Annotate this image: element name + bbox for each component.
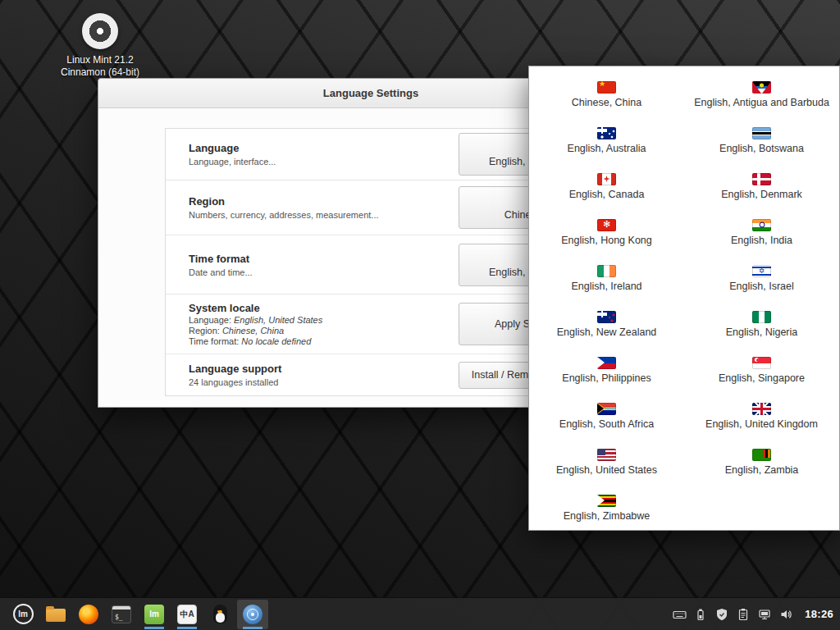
row-subtitle-language: Language, interface... xyxy=(189,157,276,167)
tux-app-window-button[interactable] xyxy=(204,600,235,629)
language-option-label: English, Ireland xyxy=(571,281,641,292)
desktop-icon-linux-mint[interactable]: Linux Mint 21.2 Cinnamon (64-bit) xyxy=(59,13,141,79)
battery-tray-button[interactable] xyxy=(690,600,711,629)
flag-united-kingdom-icon xyxy=(752,403,771,415)
language-option-label: English, United States xyxy=(556,464,657,476)
language-option-label: English, Australia xyxy=(568,143,646,154)
flag-singapore-icon xyxy=(752,357,771,369)
language-option-english-zimbabwe[interactable]: English, Zimbabwe xyxy=(529,485,684,531)
language-option-english-new-zealand[interactable]: English, New Zealand xyxy=(529,301,684,347)
flag-zambia-icon xyxy=(752,449,771,461)
detail-label: Time format: xyxy=(189,336,239,346)
mint-menu-button[interactable]: lm xyxy=(7,600,39,629)
flag-israel-icon xyxy=(752,265,771,277)
row-title-language: Language xyxy=(189,142,276,154)
row-title-language-support: Language support xyxy=(189,363,281,375)
language-option-label: English, Denmark xyxy=(721,189,802,200)
mint-installer-icon: lm xyxy=(144,605,164,624)
firefox-icon xyxy=(79,605,98,624)
language-option-label: English, Philippines xyxy=(562,372,651,384)
language-option-label: English, Zambia xyxy=(725,464,799,476)
language-option-label: English, India xyxy=(731,235,792,246)
language-option-english-united-states[interactable]: English, United States xyxy=(529,439,684,485)
detail-value: English, United States xyxy=(234,315,322,325)
window-title: Language Settings xyxy=(323,87,418,99)
system-locale-language-line: Language:English, United States xyxy=(189,315,322,325)
system-locale-region-line: Region:Chinese, China xyxy=(189,326,322,336)
input-method-window-button[interactable]: 中A xyxy=(171,600,203,629)
volume-tray-button[interactable] xyxy=(775,600,797,629)
language-settings-window-button[interactable] xyxy=(237,600,268,629)
language-option-label: English, Singapore xyxy=(719,372,805,384)
firefox-launcher-button[interactable] xyxy=(73,600,104,629)
flag-canada-icon xyxy=(597,173,616,185)
language-option-english-hong-kong[interactable]: English, Hong Kong xyxy=(529,209,684,255)
language-option-english-australia[interactable]: English, Australia xyxy=(529,117,684,163)
language-option-label: English, Hong Kong xyxy=(561,235,652,246)
detail-label: Language: xyxy=(189,315,231,325)
row-title-system-locale: System locale xyxy=(189,302,322,314)
language-picker-popup: Chinese, China English, Antigua and Barb… xyxy=(528,66,840,531)
desktop-icon-label-line1: Linux Mint 21.2 xyxy=(59,54,141,66)
firewall-tray-button[interactable] xyxy=(711,600,733,629)
language-option-label: English, Canada xyxy=(569,189,645,200)
terminal-launcher-button[interactable]: $_ xyxy=(106,600,137,629)
language-option-english-nigeria[interactable]: English, Nigeria xyxy=(684,301,839,347)
language-option-english-singapore[interactable]: English, Singapore xyxy=(684,347,839,393)
shield-icon xyxy=(715,608,728,621)
language-option-english-india[interactable]: English, India xyxy=(684,209,839,255)
system-locale-time-format-line: Time format:No locale defined xyxy=(189,336,322,346)
row-subtitle-time-format: Date and time... xyxy=(189,267,253,277)
mint-installer-window-button[interactable]: lm xyxy=(139,600,170,629)
language-option-english-israel[interactable]: English, Israel xyxy=(684,255,839,301)
reports-tray-button[interactable] xyxy=(733,600,754,629)
language-option-label: Chinese, China xyxy=(572,97,641,108)
flag-australia-icon xyxy=(597,127,616,139)
language-option-english-zambia[interactable]: English, Zambia xyxy=(684,439,839,485)
tux-icon xyxy=(213,605,227,623)
row-title-region: Region xyxy=(189,195,379,208)
language-option-english-botswana[interactable]: English, Botswana xyxy=(684,117,839,163)
language-option-english-philippines[interactable]: English, Philippines xyxy=(529,347,684,393)
battery-icon xyxy=(694,608,707,621)
row-subtitle-region: Numbers, currency, addresses, measuremen… xyxy=(189,210,379,220)
language-option-label: English, Antigua and Barbuda xyxy=(694,97,829,108)
language-option-label: English, New Zealand xyxy=(557,326,657,338)
language-option-english-united-kingdom[interactable]: English, United Kingdom xyxy=(684,393,839,439)
language-option-chinese-china[interactable]: Chinese, China xyxy=(529,71,684,117)
terminal-icon: $_ xyxy=(112,605,131,623)
volume-icon xyxy=(779,608,792,621)
language-option-english-ireland[interactable]: English, Ireland xyxy=(529,255,684,301)
language-settings-icon xyxy=(243,605,262,624)
network-tray-button[interactable] xyxy=(754,600,775,629)
network-icon xyxy=(758,608,771,621)
flag-nigeria-icon xyxy=(752,311,771,323)
desktop-icon-label-line2: Cinnamon (64-bit) xyxy=(59,66,141,79)
flag-india-icon xyxy=(752,219,771,231)
input-method-icon: 中A xyxy=(177,605,197,624)
flag-botswana-icon xyxy=(752,127,771,139)
language-option-english-canada[interactable]: English, Canada xyxy=(529,163,684,209)
flag-china-icon xyxy=(597,81,616,94)
detail-value: No locale defined xyxy=(241,336,311,346)
taskbar-clock[interactable]: 18:26 xyxy=(805,608,833,620)
language-option-english-south-africa[interactable]: English, South Africa xyxy=(529,393,684,439)
language-option-english-denmark[interactable]: English, Denmark xyxy=(684,163,839,209)
keyboard-layout-tray-button[interactable] xyxy=(669,600,690,629)
flag-south-africa-icon xyxy=(597,403,616,415)
language-option-label: English, Israel xyxy=(729,281,794,292)
mint-cd-icon xyxy=(82,13,118,49)
mint-menu-icon: lm xyxy=(13,604,34,624)
flag-denmark-icon xyxy=(752,173,771,185)
flag-united-states-icon xyxy=(597,449,616,461)
detail-label: Region: xyxy=(189,326,220,336)
files-launcher-button[interactable] xyxy=(40,600,71,629)
flag-ireland-icon xyxy=(597,265,616,277)
keyboard-icon xyxy=(673,608,687,621)
flag-new-zealand-icon xyxy=(597,311,616,323)
language-option-label: English, Botswana xyxy=(719,143,804,154)
language-option-label: English, Nigeria xyxy=(726,326,798,338)
row-subtitle-language-support: 24 languages installed xyxy=(189,377,281,387)
language-option-english-antigua-and-barbuda[interactable]: English, Antigua and Barbuda xyxy=(684,71,839,117)
detail-value: Chinese, China xyxy=(222,326,284,336)
